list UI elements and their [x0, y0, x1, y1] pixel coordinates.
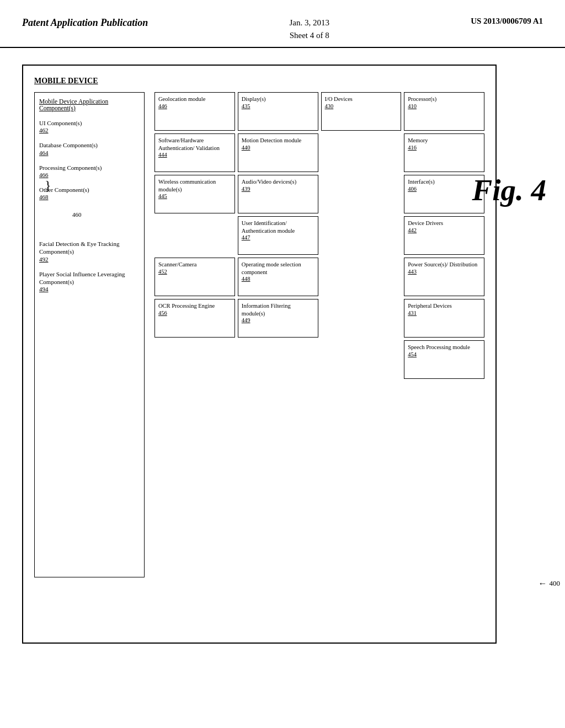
io-devices-label: I/O Devices: [325, 95, 398, 103]
device-drivers-ref: 442: [408, 227, 481, 233]
facial-detection-label: Facial Detection & Eye Tracking Componen…: [39, 240, 140, 256]
software-auth-label: Software/Hardware Authentication/ Valida…: [158, 137, 231, 152]
empty-7-3: [321, 340, 402, 379]
motion-detection-module: Motion Detection module 440: [238, 133, 318, 172]
processing-component: Processing Component(s) 466: [39, 164, 140, 178]
audio-video-ref: 439: [242, 186, 315, 192]
ocr-label: OCR Processing Engine: [158, 302, 231, 310]
device-drivers-module: Device Drivers 442: [404, 216, 484, 255]
memory-module: Memory 416: [404, 133, 484, 172]
information-filtering-ref: 449: [242, 317, 315, 323]
power-source-ref: 443: [408, 269, 481, 275]
patent-number: US 2013/0006709 A1: [471, 17, 543, 26]
ui-component: UI Component(s) 462: [39, 119, 140, 133]
database-component-ref: 464: [39, 149, 140, 156]
motion-detection-label: Motion Detection module: [242, 137, 315, 144]
facial-detection-ref: 492: [39, 256, 140, 263]
speech-processing-ref: 454: [408, 351, 481, 357]
operating-mode-module: Operating mode selection component 448: [238, 258, 318, 296]
operating-mode-label: Operating mode selection component: [242, 261, 315, 276]
display-label: Display(s): [242, 95, 315, 103]
app-components-box: Mobile Device Application Component(s) U…: [34, 92, 145, 577]
empty-4-1: [154, 216, 235, 255]
scanner-camera-label: Scanner/Camera: [158, 261, 231, 269]
ocr-ref: 456: [158, 310, 231, 316]
ref-460: 460: [72, 211, 82, 218]
peripheral-devices-module: Peripheral Devices 431: [404, 299, 484, 338]
empty-7-1: [154, 340, 235, 379]
processor-module: Processor(s) 410: [404, 92, 484, 131]
scanner-camera-module: Scanner/Camera 452: [154, 258, 235, 296]
ref-400: 400: [550, 579, 561, 588]
wireless-label: Wireless communication module(s): [158, 178, 231, 193]
user-identification-module: User Identification/ Authentication modu…: [238, 216, 318, 255]
fig-area: Fig. 4: [472, 175, 546, 205]
processing-component-ref: 466: [39, 172, 140, 178]
geolocation-ref: 446: [158, 103, 231, 109]
operating-mode-ref: 448: [242, 276, 315, 282]
audio-video-module: Audio/Video devices(s) 439: [238, 175, 318, 213]
geolocation-label: Geolocation module: [158, 95, 231, 103]
io-devices-module: I/O Devices 430: [321, 92, 402, 131]
interface-label: Interface(s): [408, 178, 481, 186]
diagram-area: MOBILE DEVICE Mobile Device Application …: [0, 48, 565, 660]
peripheral-devices-label: Peripheral Devices: [408, 302, 481, 310]
information-filtering-module: Information Filtering module(s) 449: [238, 299, 318, 338]
empty-6-3: [321, 299, 402, 338]
empty-7-2: [238, 340, 318, 379]
fig-label: Fig. 4: [472, 175, 546, 205]
memory-label: Memory: [408, 137, 481, 144]
information-filtering-label: Information Filtering module(s): [242, 302, 315, 317]
wireless-ref: 445: [158, 193, 231, 199]
speech-processing-module: Speech Processing module 454: [404, 340, 484, 379]
empty-4-3: [321, 216, 402, 255]
processor-ref: 410: [408, 103, 481, 109]
ui-component-label: UI Component(s): [39, 119, 140, 127]
ref-460-area: } 460: [72, 211, 140, 218]
peripheral-devices-ref: 431: [408, 310, 481, 316]
header-center: Jan. 3, 2013 Sheet 4 of 8: [290, 17, 330, 41]
inner-layout: Mobile Device Application Component(s) U…: [34, 92, 484, 577]
other-component-label: Other Component(s): [39, 186, 140, 194]
publication-title: Patent Application Publication: [22, 17, 148, 29]
processing-component-label: Processing Component(s): [39, 164, 140, 172]
social-influence-ref: 494: [39, 286, 140, 292]
processor-label: Processor(s): [408, 95, 481, 103]
arrow-symbol: ←: [539, 579, 547, 588]
interface-ref: 406: [408, 186, 481, 192]
memory-ref: 416: [408, 144, 481, 151]
right-columns: Geolocation module 446 Display(s) 435 I/…: [145, 92, 484, 577]
empty-3-3: [321, 175, 402, 213]
user-identification-ref: 447: [242, 234, 315, 240]
display-module: Display(s) 435: [238, 92, 318, 131]
database-component: Database Component(s) 464: [39, 141, 140, 156]
sheet-info: Sheet 4 of 8: [290, 31, 329, 40]
display-ref: 435: [242, 103, 315, 109]
fig-arrow-area: ← 400: [539, 579, 561, 588]
device-drivers-label: Device Drivers: [408, 220, 481, 227]
app-components-title: Mobile Device Application Component(s): [39, 98, 140, 111]
motion-detection-ref: 440: [242, 144, 315, 151]
facial-detection-component: Facial Detection & Eye Tracking Componen…: [39, 240, 140, 263]
empty-2-3: [321, 133, 402, 172]
social-influence-label: Player Social Influence Leveraging Compo…: [39, 270, 140, 286]
other-component: Other Component(s) 468: [39, 186, 140, 200]
user-identification-label: User Identification/ Authentication modu…: [242, 220, 315, 234]
mobile-device-label: MOBILE DEVICE: [34, 77, 484, 85]
publication-date: Jan. 3, 2013: [290, 18, 330, 27]
audio-video-label: Audio/Video devices(s): [242, 178, 315, 186]
other-component-ref: 468: [39, 194, 140, 200]
scanner-camera-ref: 452: [158, 269, 231, 275]
empty-5-3: [321, 258, 402, 296]
outer-box: MOBILE DEVICE Mobile Device Application …: [22, 65, 497, 644]
software-auth-ref: 444: [158, 152, 231, 158]
software-auth-module: Software/Hardware Authentication/ Valida…: [154, 133, 235, 172]
ui-component-ref: 462: [39, 127, 140, 133]
power-source-module: Power Source(s)/ Distribution 443: [404, 258, 484, 296]
geolocation-module: Geolocation module 446: [154, 92, 235, 131]
wireless-module: Wireless communication module(s) 445: [154, 175, 235, 213]
database-component-label: Database Component(s): [39, 141, 140, 149]
power-source-label: Power Source(s)/ Distribution: [408, 261, 481, 269]
ocr-module: OCR Processing Engine 456: [154, 299, 235, 338]
social-influence-component: Player Social Influence Leveraging Compo…: [39, 270, 140, 293]
